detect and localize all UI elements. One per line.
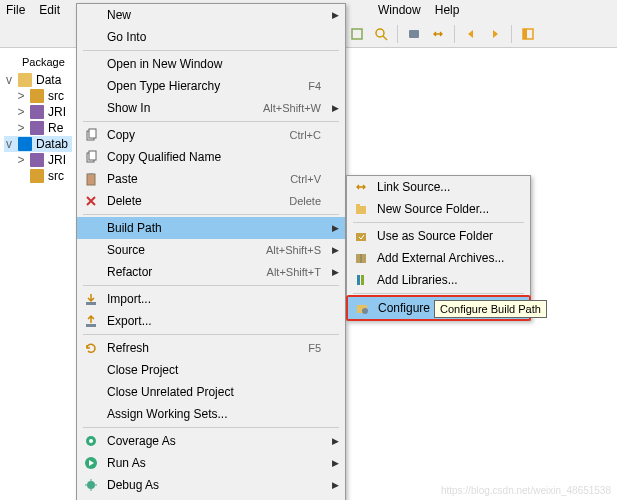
- coverage-icon: [81, 433, 101, 449]
- menu-item-label: Import...: [107, 292, 325, 306]
- folder-icon: [18, 73, 32, 87]
- blank-icon: [81, 100, 101, 116]
- menu-item-copy-qualified-name[interactable]: Copy Qualified Name: [77, 146, 345, 168]
- link-icon[interactable]: [427, 23, 449, 45]
- twisty-icon[interactable]: >: [16, 89, 26, 103]
- open-task-icon[interactable]: [346, 23, 368, 45]
- menu-help[interactable]: Help: [435, 3, 460, 17]
- menu-edit[interactable]: Edit: [39, 3, 60, 17]
- menu-item-show-in[interactable]: Show InAlt+Shift+W▶: [77, 97, 345, 119]
- jre-icon: [30, 105, 44, 119]
- menu-item-debug-as[interactable]: Debug As▶: [77, 474, 345, 496]
- tooltip: Configure Build Path: [434, 300, 547, 318]
- submenu-item-add-external-archives-[interactable]: Add External Archives...: [347, 247, 530, 269]
- forward-icon[interactable]: [484, 23, 506, 45]
- shortcut-label: Alt+Shift+W: [263, 102, 321, 114]
- tree-item-label: Datab: [36, 137, 68, 151]
- toggle-icon[interactable]: [403, 23, 425, 45]
- menu-item-close-project[interactable]: Close Project: [77, 359, 345, 381]
- menu-item-delete[interactable]: DeleteDelete: [77, 190, 345, 212]
- submenu-arrow-icon: ▶: [332, 223, 339, 233]
- menu-item-restore-from-local-history-[interactable]: Restore from Local History...: [77, 496, 345, 500]
- svg-rect-23: [356, 204, 360, 206]
- menu-item-label: Export...: [107, 314, 325, 328]
- svg-point-30: [362, 308, 368, 314]
- menu-item-assign-working-sets-[interactable]: Assign Working Sets...: [77, 403, 345, 425]
- menu-item-label: Debug As: [107, 478, 325, 492]
- menu-item-source[interactable]: SourceAlt+Shift+S▶: [77, 239, 345, 261]
- menu-item-run-as[interactable]: Run As▶: [77, 452, 345, 474]
- menu-item-refactor[interactable]: RefactorAlt+Shift+T▶: [77, 261, 345, 283]
- link-icon: [351, 179, 371, 195]
- menu-item-paste[interactable]: PasteCtrl+V: [77, 168, 345, 190]
- shortcut-label: F5: [308, 342, 321, 354]
- submenu-item-use-as-source-folder[interactable]: Use as Source Folder: [347, 225, 530, 247]
- submenu-item-label: Add Libraries...: [377, 273, 458, 287]
- svg-rect-7: [89, 129, 96, 138]
- tree-item[interactable]: src: [4, 168, 72, 184]
- submenu-arrow-icon: ▶: [332, 267, 339, 277]
- menu-item-build-path[interactable]: Build Path▶: [77, 217, 345, 239]
- svg-rect-9: [89, 151, 96, 160]
- menu-item-close-unrelated-project[interactable]: Close Unrelated Project: [77, 381, 345, 403]
- menu-item-go-into[interactable]: Go Into: [77, 26, 345, 48]
- debug-icon: [81, 477, 101, 493]
- perspective-icon[interactable]: [517, 23, 539, 45]
- archive-icon: [351, 250, 371, 266]
- svg-rect-24: [356, 233, 366, 241]
- blank-icon: [81, 242, 101, 258]
- blank-icon: [81, 406, 101, 422]
- watermark: https://blog.csdn.net/weixin_48651538: [441, 485, 611, 496]
- library-icon: [351, 272, 371, 288]
- shortcut-label: Delete: [289, 195, 321, 207]
- twisty-icon[interactable]: >: [16, 153, 26, 167]
- menu-item-refresh[interactable]: RefreshF5: [77, 337, 345, 359]
- tree-item-label: JRI: [48, 153, 66, 167]
- blank-icon: [81, 264, 101, 280]
- tree-item[interactable]: vDatab: [4, 136, 72, 152]
- tree-item[interactable]: vData: [4, 72, 72, 88]
- svg-rect-22: [356, 206, 366, 214]
- submenu-item-new-source-folder-[interactable]: New Source Folder...: [347, 198, 530, 220]
- twisty-icon[interactable]: >: [16, 105, 26, 119]
- twisty-icon[interactable]: v: [4, 137, 14, 151]
- menu-item-label: Open Type Hierarchy: [107, 79, 308, 93]
- blank-icon: [81, 7, 101, 23]
- menu-item-copy[interactable]: CopyCtrl+C: [77, 124, 345, 146]
- menu-item-new[interactable]: New▶: [77, 4, 345, 26]
- tree-item[interactable]: >Re: [4, 120, 72, 136]
- back-icon[interactable]: [460, 23, 482, 45]
- menu-item-coverage-as[interactable]: Coverage As▶: [77, 430, 345, 452]
- configure-icon: [352, 300, 372, 316]
- submenu-item-add-libraries-[interactable]: Add Libraries...: [347, 269, 530, 291]
- twisty-icon[interactable]: >: [16, 121, 26, 135]
- copy-icon: [81, 149, 101, 165]
- menu-item-open-in-new-window[interactable]: Open in New Window: [77, 53, 345, 75]
- shortcut-label: Ctrl+V: [290, 173, 321, 185]
- menu-window[interactable]: Window: [378, 3, 421, 17]
- blank-icon: [81, 384, 101, 400]
- menu-item-open-type-hierarchy[interactable]: Open Type HierarchyF4: [77, 75, 345, 97]
- export-icon: [81, 313, 101, 329]
- menu-item-label: New: [107, 8, 325, 22]
- tree-item-label: src: [48, 169, 64, 183]
- menu-file[interactable]: File: [6, 3, 25, 17]
- tree-item[interactable]: >src: [4, 88, 72, 104]
- search-icon[interactable]: [370, 23, 392, 45]
- menu-item-label: Delete: [107, 194, 289, 208]
- package-explorer: Package vData>src>JRI>RevDatab>JRIsrc: [0, 50, 76, 188]
- submenu-item-link-source-[interactable]: Link Source...: [347, 176, 530, 198]
- menu-item-import-[interactable]: Import...: [77, 288, 345, 310]
- svg-rect-12: [86, 302, 96, 305]
- refresh-icon: [81, 340, 101, 356]
- tree-item[interactable]: >JRI: [4, 152, 72, 168]
- twisty-icon[interactable]: v: [4, 73, 14, 87]
- menu-item-export-[interactable]: Export...: [77, 310, 345, 332]
- menu-item-label: Assign Working Sets...: [107, 407, 325, 421]
- menu-item-label: Open in New Window: [107, 57, 325, 71]
- submenu-arrow-icon: ▶: [332, 103, 339, 113]
- svg-rect-10: [87, 174, 95, 185]
- submenu-item-label: New Source Folder...: [377, 202, 489, 216]
- jre-icon: [30, 121, 44, 135]
- tree-item[interactable]: >JRI: [4, 104, 72, 120]
